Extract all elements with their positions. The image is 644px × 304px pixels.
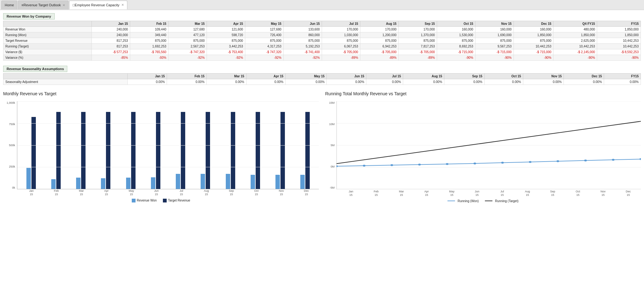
- col-header: Jul 15: [366, 74, 403, 79]
- bar-won: [300, 175, 305, 189]
- col-header: Sep 15: [398, 21, 437, 27]
- col-header: Feb 15: [167, 74, 207, 79]
- row-value: 0.00%: [128, 79, 167, 85]
- col-header: Jun 15: [283, 21, 322, 27]
- col-header: Mar 15: [168, 21, 207, 27]
- y-axis-line: 15M 10M 5M 0M -5M: [325, 101, 336, 189]
- row-value: -$ 753,400: [207, 49, 245, 55]
- line-won-dot: [584, 160, 587, 162]
- legend-target-label: Target Revenue: [168, 199, 190, 202]
- row-value: 0.00%: [604, 79, 641, 85]
- tab-revenue-close[interactable]: ✕: [63, 3, 65, 7]
- bar-chart-area: 1,000k 750k 500k 250k 0k: [3, 101, 319, 202]
- col-header: Nov 15: [523, 74, 564, 79]
- tab-revenue-target[interactable]: ≡ Revenue Target Outlook ✕: [18, 1, 69, 9]
- row-value: -$ 2,145,000: [553, 49, 597, 55]
- row-label: Variance ($): [3, 49, 92, 55]
- section-seasonality: Revenue Seasonality Assumptions Jan 15Fe…: [3, 66, 641, 85]
- col-header: Oct 15: [437, 21, 475, 27]
- row-value: -$ 765,560: [130, 49, 168, 55]
- row-value: 5,192,253: [283, 44, 322, 49]
- row-value: 1,850,000: [553, 32, 597, 38]
- row-value: -$ 747,320: [168, 49, 207, 55]
- table1-header-row: Jan 15Feb 15Mar 15Apr 15May 15Jun 15Jul …: [3, 21, 641, 27]
- x-label: Nov15: [591, 190, 616, 197]
- row-value: 598,720: [207, 32, 245, 38]
- bar-target: [56, 112, 61, 189]
- row-value: 240,000: [92, 27, 130, 32]
- section-revenue-header: Revenue Won by Company: [3, 13, 55, 19]
- col-header: Dec 15: [514, 21, 553, 27]
- running-chart-title: Running Total Monthly Revenue vs Target: [325, 91, 641, 96]
- line-legend: Running (Won) Running (Target): [325, 199, 641, 203]
- x-label: Feb15: [364, 190, 389, 197]
- bar-group: [19, 117, 43, 189]
- row-label: Running (Won): [3, 32, 92, 38]
- row-value: 240,000: [92, 32, 130, 38]
- row-value: 1,850,000: [597, 32, 641, 38]
- row-value: -90%: [553, 55, 597, 61]
- x-label: Nov15: [269, 189, 294, 196]
- tab-employee-close[interactable]: ✕: [121, 3, 124, 7]
- row-value: -$ 577,253: [92, 49, 130, 55]
- row-value: -$ 747,320: [245, 49, 283, 55]
- row-value: 0.00%: [246, 79, 286, 85]
- col-header: [3, 21, 92, 27]
- row-value: -92%: [207, 55, 245, 61]
- bar-won: [151, 177, 155, 189]
- row-value: 480,000: [553, 27, 597, 32]
- row-value: 1,030,000: [322, 32, 360, 38]
- row-value: -92%: [283, 55, 322, 61]
- row-value: 10,442,253: [514, 44, 553, 49]
- row-value: 127,680: [245, 27, 283, 32]
- x-label: Sep15: [219, 189, 244, 196]
- row-value: -90%: [437, 55, 475, 61]
- row-value: 0.00%: [286, 79, 327, 85]
- tab-home[interactable]: Home: [1, 1, 17, 9]
- col-header: Aug 15: [403, 74, 444, 79]
- x-label: Jan15: [19, 189, 44, 196]
- legend-line-target-label: Running (Target): [495, 199, 518, 203]
- col-header: Feb 15: [130, 21, 168, 27]
- line-won-dot: [418, 164, 421, 166]
- row-value: 10,442,253: [597, 44, 641, 49]
- row-value: 2,567,253: [168, 44, 207, 49]
- bar-target: [81, 112, 86, 189]
- row-value: 170,000: [360, 27, 398, 32]
- line-chart-svg: [336, 101, 641, 189]
- y-label-500: 500k: [3, 144, 15, 147]
- bar-chart-inner: [17, 101, 319, 189]
- x-label: May15: [119, 189, 144, 196]
- row-value: 875,000: [283, 38, 322, 44]
- row-value: 8,692,253: [437, 44, 475, 49]
- y-line-neg5m: -5M: [325, 186, 335, 189]
- tab-employee-label: Employee Revenue Capacity: [75, 3, 119, 7]
- tab-revenue-label: Revenue Target Outlook: [24, 3, 61, 7]
- line-won-dot: [612, 159, 614, 161]
- row-value: 875,000: [245, 38, 283, 44]
- row-value: -92%: [168, 55, 207, 61]
- bar-target: [206, 112, 210, 189]
- legend-won-box: [132, 199, 136, 202]
- row-value: 1,530,000: [437, 32, 475, 38]
- seasonality-table: Jan 15Feb 15Mar 15Apr 15May 15Jun 15Jul …: [3, 73, 641, 85]
- col-header: Jan 15: [128, 74, 167, 79]
- col-header: Oct 15: [484, 74, 523, 79]
- row-value: 477,120: [168, 32, 207, 38]
- row-value: -90%: [475, 55, 514, 61]
- row-value: -93%: [130, 55, 168, 61]
- row-label: Running (Target): [3, 44, 92, 49]
- tab-employee-revenue[interactable]: □ Employee Revenue Capacity ✕: [69, 1, 127, 9]
- table-row: Seasonality Adjustment0.00%0.00%0.00%0.0…: [3, 79, 641, 85]
- bar-group: [118, 112, 143, 189]
- legend-line-won-line: [447, 201, 455, 201]
- revenue-won-table: Jan 15Feb 15Mar 15Apr 15May 15Jun 15Jul …: [3, 21, 641, 61]
- x-label: Apr15: [94, 189, 119, 196]
- row-value: 875,000: [475, 38, 514, 44]
- table-row: Revenue Won240,000109,440127,680121,6001…: [3, 27, 641, 32]
- x-label: Sep15: [540, 190, 565, 197]
- x-label: May15: [439, 190, 464, 197]
- col-header: Apr 15: [207, 21, 245, 27]
- line-won-dot: [391, 164, 393, 166]
- bar-target: [305, 112, 310, 189]
